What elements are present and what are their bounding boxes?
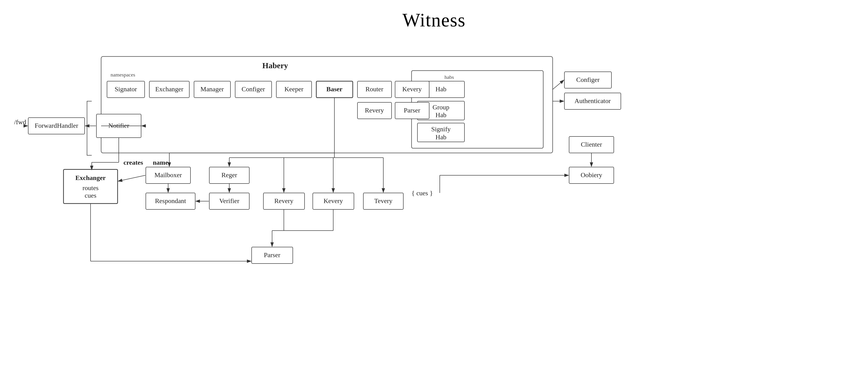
authenticator-text: Authenticator — [575, 97, 611, 105]
diagram: Habery namespaces habs Hab Group Hab Sig… — [0, 31, 868, 384]
kevery-main-text: Kevery — [323, 197, 343, 204]
revery-ns-text: Revery — [365, 107, 384, 114]
configer-habs-text: Configer — [576, 76, 600, 83]
baser-text: Baser — [327, 85, 342, 93]
cues-label: { cues } — [411, 189, 433, 197]
mailboxer-text: Mailboxer — [155, 171, 182, 179]
signify-hab-text2: Hab — [436, 134, 446, 141]
revery-main-text: Revery — [274, 197, 293, 204]
router-text: Router — [366, 85, 383, 93]
forward-handler-text: ForwardHandler — [35, 122, 78, 129]
parser-main-text: Parser — [264, 251, 281, 259]
configer-ns-text: Configer — [242, 85, 265, 93]
verifier-text: Verifier — [219, 197, 239, 204]
group-hab-text2: Hab — [436, 111, 446, 119]
group-hab-text: Group — [432, 104, 450, 111]
exchanger-ns-text: Exchanger — [155, 85, 183, 93]
name-label: name — [153, 159, 168, 166]
oobiery-text: Oobiery — [581, 171, 602, 179]
habs-label: habs — [444, 74, 454, 80]
manager-text: Manager — [200, 85, 224, 93]
parser-ns-text: Parser — [404, 107, 421, 114]
page-title: Witness — [0, 0, 868, 31]
reger-text: Reger — [221, 171, 238, 179]
brace — [87, 101, 92, 155]
namespaces-label: namespaces — [111, 72, 135, 78]
exchanger-main-text: Exchanger — [75, 174, 105, 181]
clienter-text: Clienter — [581, 141, 602, 148]
signator-text: Signator — [115, 85, 137, 93]
exchanger-routes-text: routes — [83, 184, 98, 191]
creates-label: creates — [123, 159, 143, 166]
respondant-text: Respondant — [155, 197, 186, 204]
exchanger-cues-text: cues — [85, 192, 96, 199]
fwd-label: /fwd — [14, 118, 26, 126]
habs-to-configer-arrow — [553, 80, 564, 89]
habery-label: Habery — [262, 61, 288, 70]
tevery-text: Tevery — [374, 197, 392, 204]
habery-box — [101, 57, 553, 153]
mailboxer-to-exchanger-arrow — [118, 175, 145, 181]
hab-text: Hab — [436, 85, 446, 93]
notifier-text: Notifier — [108, 122, 129, 129]
kevery-ns-text: Kevery — [402, 85, 422, 93]
keeper-text: Keeper — [284, 85, 304, 93]
signify-hab-text: Signify — [431, 125, 451, 133]
